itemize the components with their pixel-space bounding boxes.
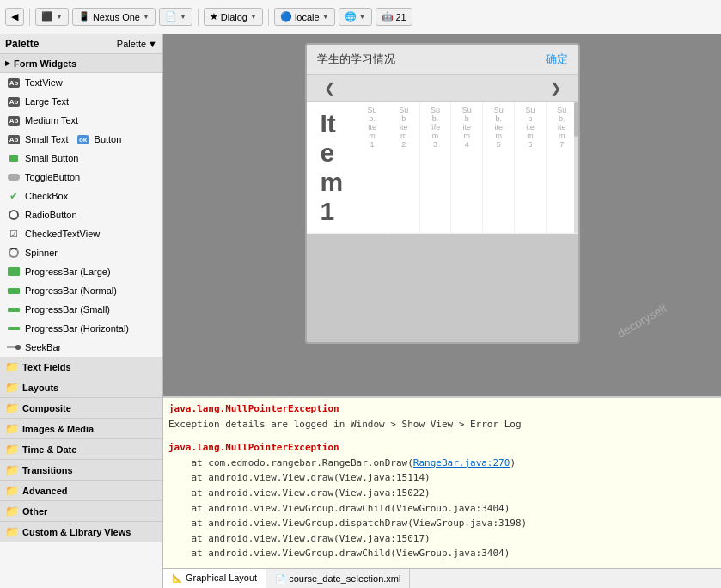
toolbar: ◀ ⬛ ▼ 📱 Nexus One ▼ 📄 ▼ ★ Dialog ▼ 🔵 loc… [0, 0, 721, 34]
togglebutton-label: ToggleButton [25, 172, 80, 182]
section-advanced[interactable]: 📁 Advanced [0, 481, 162, 501]
section-form-widgets[interactable]: ▸ Form Widgets [0, 54, 162, 73]
palette-item-largetext[interactable]: Ab Large Text [0, 92, 162, 111]
device-selector[interactable]: 📱 Nexus One ▼ [72, 8, 156, 26]
progressbar-large-icon [7, 265, 21, 279]
smalltext-icon: Ab [7, 132, 21, 146]
palette-item-progressbar-large[interactable]: ProgressBar (Large) [0, 262, 162, 281]
device-confirm-button[interactable]: 确定 [546, 52, 568, 67]
api-button[interactable]: 🤖 21 [376, 8, 412, 26]
palette-item-textview[interactable]: Ab TextView [0, 73, 162, 92]
screen-dropdown-arrow: ▼ [56, 13, 63, 21]
toolbar-separator-3 [268, 9, 269, 26]
section-images-media[interactable]: 📁 Images & Media [0, 419, 162, 439]
folder-other-icon: 📁 [5, 505, 19, 518]
section-layouts[interactable]: 📁 Layouts [0, 377, 162, 398]
folder-custom-icon: 📁 [5, 525, 19, 538]
palette-item-smalltext[interactable]: Ab Small Text ok Button [0, 130, 162, 149]
progressbar-small-icon [7, 303, 21, 316]
section-transitions[interactable]: 📁 Transitions [0, 460, 162, 481]
palette-item-progressbar-horiz[interactable]: ProgressBar (Horizontal) [0, 319, 162, 338]
radiobutton-label: RadioButton [25, 210, 77, 220]
tab-course-date-selection[interactable]: 📄 course_date_selection.xml [266, 569, 410, 588]
canvas-area: 学生的学习情况 确定 ❮ ❯ Item1 Sub.Item1 Subitem2 … [163, 34, 721, 396]
section-icon: ▸ [5, 58, 10, 69]
course-date-selection-label: course_date_selection.xml [289, 573, 400, 584]
palette-item-progressbar-small[interactable]: ProgressBar (Small) [0, 300, 162, 319]
activity-dropdown-arrow: ▼ [322, 13, 329, 21]
folder-transitions-icon: 📁 [5, 463, 19, 476]
palette-dropdown-arrow: ▼ [148, 39, 157, 49]
button-label: Button [95, 134, 122, 144]
layouts-label: Layouts [22, 383, 58, 393]
dialog-dropdown-arrow: ▼ [250, 13, 257, 21]
palette-item-spinner[interactable]: Spinner [0, 243, 162, 262]
dialog-label: Dialog [221, 12, 247, 22]
text-fields-label: Text Fields [22, 362, 71, 372]
palette-item-checkedtextview[interactable]: ☑ CheckedTextView [0, 224, 162, 243]
palette-item-togglebutton[interactable]: ToggleButton [0, 168, 162, 187]
scrollbar-thumb [574, 102, 578, 137]
tab-graphical-layout[interactable]: 📐 Graphical Layout [163, 569, 266, 588]
rangebar-link[interactable]: RangeBar.java:270 [413, 457, 510, 469]
device-list-item-main: Item1 [307, 102, 357, 234]
section-other[interactable]: 📁 Other [0, 501, 162, 522]
palette-scroll[interactable]: ▸ Form Widgets Ab TextView Ab Large Text… [0, 54, 162, 588]
device-prev-arrow[interactable]: ❮ [324, 80, 335, 96]
progressbar-small-label: ProgressBar (Small) [25, 304, 110, 315]
folder-text-fields-icon: 📁 [5, 360, 19, 373]
palette-dropdown[interactable]: Palette ▼ [117, 39, 157, 49]
subitem-2: Subitem2 [388, 102, 420, 233]
palette-item-mediumtext[interactable]: Ab Medium Text [0, 111, 162, 130]
palette-item-progressbar-normal[interactable]: ProgressBar (Normal) [0, 281, 162, 300]
folder-composite-icon: 📁 [5, 401, 19, 414]
textview-label: TextView [25, 77, 63, 88]
dialog-button[interactable]: ★ Dialog ▼ [204, 8, 263, 26]
checkbox-label: CheckBox [25, 191, 68, 201]
error-stack-5: at android.view.ViewGroup.dispatchDraw(V… [168, 516, 716, 531]
progressbar-normal-icon [7, 284, 21, 297]
device-nav: ❮ ❯ [307, 75, 578, 102]
checkbox-icon: ✔ [7, 189, 21, 203]
locale-dropdown-arrow: ▼ [359, 13, 366, 21]
palette-item-radiobutton[interactable]: RadioButton [0, 205, 162, 224]
section-composite[interactable]: 📁 Composite [0, 398, 162, 419]
error-console[interactable]: java.lang.NullPointerException Exception… [163, 396, 721, 568]
back-button[interactable]: ◀ [5, 8, 24, 26]
device-list: Item1 Sub.Item1 Subitem2 Sub.lifem3 Subi… [307, 102, 578, 234]
graphical-layout-icon: 📐 [172, 573, 182, 583]
device-header: 学生的学习情况 确定 [307, 45, 578, 75]
advanced-label: Advanced [22, 486, 68, 496]
activity-selector[interactable]: 🔵 locale ▼ [274, 8, 335, 26]
progressbar-horiz-label: ProgressBar (Horizontal) [25, 323, 129, 334]
section-custom-library[interactable]: 📁 Custom & Library Views [0, 522, 162, 542]
checkedtv-icon: ☑ [7, 227, 21, 241]
device-header-title: 学生的学习情况 [317, 52, 395, 67]
xml-file-icon: 📄 [275, 574, 285, 584]
largetext-label: Large Text [25, 96, 69, 107]
spinner-label: Spinner [25, 248, 58, 258]
progressbar-normal-label: ProgressBar (Normal) [25, 285, 117, 296]
section-text-fields[interactable]: 📁 Text Fields [0, 357, 162, 377]
globe-icon: 🌐 [345, 11, 357, 22]
layout-button[interactable]: 📄 ▼ [159, 8, 192, 26]
transitions-label: Transitions [22, 465, 73, 475]
main-layout: Palette Palette ▼ ▸ Form Widgets Ab Text… [0, 34, 721, 588]
device-scrollbar[interactable] [574, 102, 578, 233]
bottom-tabs: 📐 Graphical Layout 📄 course_date_selecti… [163, 568, 721, 588]
screen-button[interactable]: ⬛ ▼ [35, 8, 69, 26]
layout-icon: 📄 [165, 11, 177, 22]
device-frame: 学生的学习情况 确定 ❮ ❯ Item1 Sub.Item1 Subitem2 … [305, 43, 580, 344]
locale-button[interactable]: 🌐 ▼ [339, 8, 372, 26]
palette-item-smallbutton[interactable]: Small Button [0, 149, 162, 168]
main-content: 学生的学习情况 确定 ❮ ❯ Item1 Sub.Item1 Subitem2 … [163, 34, 721, 588]
palette-sidebar: Palette Palette ▼ ▸ Form Widgets Ab Text… [0, 34, 163, 588]
palette-item-seekbar[interactable]: SeekBar [0, 338, 162, 357]
star-icon: ★ [210, 11, 218, 22]
subitem-6: Subitem6 [515, 102, 547, 233]
section-time-date[interactable]: 📁 Time & Date [0, 439, 162, 460]
device-icon: 📱 [78, 11, 90, 22]
error-stack-2: at android.view.View.draw(View.java:1511… [168, 470, 716, 486]
device-next-arrow[interactable]: ❯ [550, 80, 561, 96]
palette-item-checkbox[interactable]: ✔ CheckBox [0, 187, 162, 205]
